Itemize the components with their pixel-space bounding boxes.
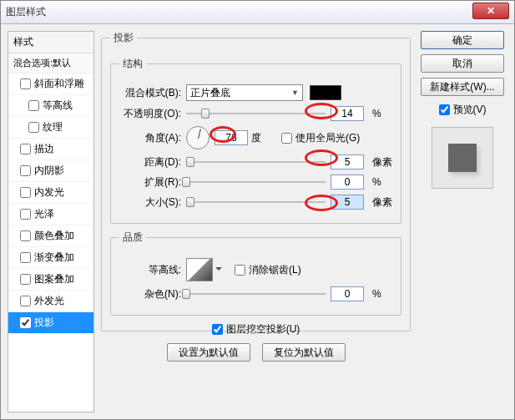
blend-mode-combo[interactable]: 正片叠底 ▼ bbox=[186, 84, 303, 101]
sidebar-item-label: 描边 bbox=[34, 142, 54, 156]
slider-thumb-icon[interactable] bbox=[186, 157, 194, 167]
inner-glow-checkbox[interactable] bbox=[20, 187, 31, 198]
sidebar-subheader[interactable]: 混合选项:默认 bbox=[8, 53, 93, 73]
knockout-check[interactable]: 图层挖空投影(U) bbox=[110, 322, 401, 337]
quality-group: 品质 等高线: 消除锯齿(L) 杂色(N): 0 % bbox=[110, 230, 401, 316]
angle-row: 角度(A): 76 度 使用全局光(G) bbox=[119, 126, 392, 149]
sidebar-item-label: 外发光 bbox=[34, 294, 64, 308]
shadow-color-swatch[interactable] bbox=[310, 85, 341, 100]
antialias-check[interactable]: 消除锯齿(L) bbox=[235, 263, 301, 277]
titlebar: 图层样式 ✕ bbox=[1, 1, 514, 24]
preview-checkbox[interactable] bbox=[439, 104, 450, 115]
spread-slider[interactable] bbox=[186, 181, 326, 183]
blend-mode-value: 正片叠底 bbox=[190, 86, 230, 100]
opacity-label: 不透明度(O): bbox=[119, 107, 186, 121]
sidebar-item-color-overlay[interactable]: 颜色叠加 bbox=[8, 225, 93, 247]
sidebar-item-label: 图案叠加 bbox=[34, 272, 74, 286]
contour-picker[interactable] bbox=[186, 258, 213, 281]
set-default-button[interactable]: 设置为默认值 bbox=[167, 343, 250, 362]
preview-swatch bbox=[448, 144, 477, 172]
preview-label: 预览(V) bbox=[453, 103, 487, 117]
opacity-unit: % bbox=[369, 108, 392, 119]
spread-slider-box: 0 % bbox=[186, 175, 392, 190]
sidebar-item-gradient-overlay[interactable]: 渐变叠加 bbox=[8, 247, 93, 269]
opacity-slider[interactable] bbox=[186, 113, 326, 114]
group-title: 投影 bbox=[110, 31, 137, 45]
outer-glow-checkbox[interactable] bbox=[20, 296, 31, 306]
size-label: 大小(S): bbox=[119, 195, 186, 210]
slider-thumb-icon[interactable] bbox=[186, 197, 194, 207]
texture-checkbox[interactable] bbox=[28, 122, 39, 133]
sidebar-item-label: 投影 bbox=[34, 316, 54, 330]
close-button[interactable]: ✕ bbox=[472, 3, 509, 19]
noise-row: 杂色(N): 0 % bbox=[119, 286, 392, 301]
structure-legend: 结构 bbox=[119, 57, 146, 71]
stroke-checkbox[interactable] bbox=[20, 144, 31, 154]
cancel-button[interactable]: 取消 bbox=[421, 54, 504, 73]
layer-style-window: 图层样式 ✕ 样式 混合选项:默认 斜面和浮雕 等高线 纹理 描边 内阴影 内发… bbox=[0, 0, 515, 420]
slider-thumb-icon[interactable] bbox=[201, 109, 210, 119]
sidebar-item-satin[interactable]: 光泽 bbox=[8, 204, 93, 225]
reset-default-button[interactable]: 复位为默认值 bbox=[262, 343, 346, 362]
global-light-label: 使用全局光(G) bbox=[295, 131, 360, 145]
sidebar-item-pattern-overlay[interactable]: 图案叠加 bbox=[8, 269, 93, 291]
sidebar-item-label: 纹理 bbox=[43, 120, 63, 134]
slider-thumb-icon[interactable] bbox=[182, 289, 190, 299]
opacity-slider-box: 14 % bbox=[186, 106, 392, 121]
sidebar-item-texture[interactable]: 纹理 bbox=[8, 117, 93, 139]
chevron-down-icon: ▼ bbox=[291, 89, 299, 97]
noise-label: 杂色(N): bbox=[119, 287, 186, 301]
sidebar-item-stroke[interactable]: 描边 bbox=[8, 139, 93, 160]
noise-slider-box: 0 % bbox=[186, 286, 392, 301]
main-panel: 投影 结构 混合模式(B): 正片叠底 ▼ 不透明度(O): bbox=[101, 31, 411, 412]
content-area: 样式 混合选项:默认 斜面和浮雕 等高线 纹理 描边 内阴影 内发光 光泽 颜色… bbox=[1, 24, 514, 419]
preview-check[interactable]: 预览(V) bbox=[439, 103, 487, 117]
color-overlay-checkbox[interactable] bbox=[20, 230, 31, 241]
contour-checkbox[interactable] bbox=[28, 100, 39, 111]
spread-label: 扩展(R): bbox=[119, 175, 186, 190]
sidebar-item-label: 内发光 bbox=[34, 185, 64, 200]
knockout-checkbox[interactable] bbox=[212, 324, 223, 335]
distance-slider[interactable] bbox=[186, 161, 326, 163]
global-light-checkbox[interactable] bbox=[281, 133, 292, 144]
sidebar-item-drop-shadow[interactable]: 投影 bbox=[8, 312, 93, 334]
spread-input[interactable]: 0 bbox=[331, 175, 364, 190]
bevel-checkbox[interactable] bbox=[20, 78, 31, 89]
angle-unit: 度 bbox=[248, 131, 271, 145]
size-slider[interactable] bbox=[186, 201, 326, 203]
angle-input[interactable]: 76 bbox=[215, 130, 248, 145]
noise-input[interactable]: 0 bbox=[331, 286, 364, 301]
right-column: 确定 取消 新建样式(W)... 预览(V) bbox=[417, 31, 507, 412]
close-icon: ✕ bbox=[487, 5, 495, 17]
sidebar-item-outer-glow[interactable]: 外发光 bbox=[8, 291, 93, 312]
distance-unit: 像素 bbox=[369, 155, 392, 170]
new-style-button[interactable]: 新建样式(W)... bbox=[421, 78, 504, 96]
sidebar-item-label: 内阴影 bbox=[34, 164, 64, 178]
satin-checkbox[interactable] bbox=[20, 209, 31, 220]
size-input[interactable]: 5 bbox=[331, 195, 364, 210]
blend-mode-label: 混合模式(B): bbox=[119, 86, 186, 100]
angle-dial[interactable] bbox=[186, 126, 210, 149]
opacity-row: 不透明度(O): 14 % bbox=[119, 106, 392, 121]
sidebar-item-inner-glow[interactable]: 内发光 bbox=[8, 182, 93, 204]
inner-shadow-checkbox[interactable] bbox=[20, 165, 31, 176]
distance-input[interactable]: 5 bbox=[331, 154, 364, 170]
sidebar-item-contour[interactable]: 等高线 bbox=[8, 95, 93, 117]
pattern-overlay-checkbox[interactable] bbox=[20, 274, 31, 285]
drop-shadow-checkbox[interactable] bbox=[20, 317, 31, 328]
blend-mode-row: 混合模式(B): 正片叠底 ▼ bbox=[119, 84, 392, 101]
ok-button[interactable]: 确定 bbox=[421, 31, 504, 49]
sidebar-item-bevel[interactable]: 斜面和浮雕 bbox=[8, 73, 93, 95]
quality-legend: 品质 bbox=[119, 230, 146, 245]
spread-row: 扩展(R): 0 % bbox=[119, 175, 392, 190]
size-slider-box: 5 像素 bbox=[186, 195, 392, 210]
structure-group: 结构 混合模式(B): 正片叠底 ▼ 不透明度(O): 14 bbox=[110, 57, 401, 224]
antialias-checkbox[interactable] bbox=[235, 265, 245, 276]
noise-slider[interactable] bbox=[186, 293, 326, 295]
sidebar-item-inner-shadow[interactable]: 内阴影 bbox=[8, 160, 93, 182]
slider-thumb-icon[interactable] bbox=[182, 177, 190, 187]
opacity-input[interactable]: 14 bbox=[331, 106, 364, 121]
gradient-overlay-checkbox[interactable] bbox=[20, 252, 31, 263]
global-light-check[interactable]: 使用全局光(G) bbox=[281, 131, 360, 145]
distance-slider-box: 5 像素 bbox=[186, 154, 392, 170]
